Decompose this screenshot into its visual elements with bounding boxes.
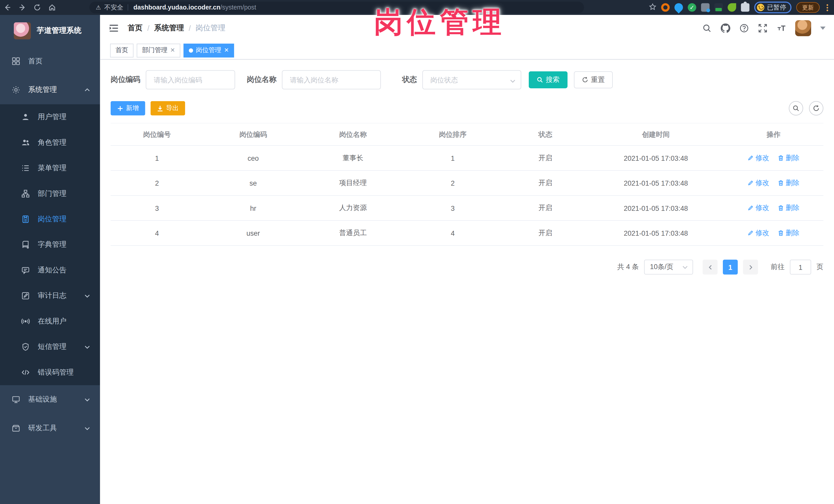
forward-icon[interactable]	[15, 0, 30, 15]
edit-link[interactable]: 修改	[747, 153, 769, 163]
badge-icon	[21, 215, 30, 223]
extension-icon[interactable]	[728, 3, 736, 12]
sidebar-item-online-users[interactable]: 在线用户	[0, 309, 100, 334]
add-button[interactable]: 新增	[111, 101, 145, 115]
sidebar-item-system[interactable]: 系统管理	[0, 75, 100, 104]
browser-menu-icon[interactable]	[825, 4, 830, 11]
status-text: 开启	[503, 221, 588, 245]
tab-departments[interactable]: 部门管理 ✕	[137, 43, 180, 57]
sidebar-item-audit-log[interactable]: 审计日志	[0, 283, 100, 308]
sidebar: 芋道管理系统 首页 系统管理 用户管理 角色管理	[0, 15, 100, 504]
chevron-down-icon	[84, 344, 90, 350]
chevron-down-icon	[84, 293, 90, 299]
extension-icon[interactable]	[673, 2, 685, 14]
user-icon	[21, 113, 30, 121]
sidebar-item-home[interactable]: 首页	[0, 47, 100, 75]
help-icon[interactable]	[739, 23, 749, 33]
address-bar[interactable]: ⚠ 不安全 dashboard.yudao.iocoder.cn/system/…	[89, 2, 584, 13]
font-size-icon[interactable]	[776, 23, 786, 33]
tab-home[interactable]: 首页	[110, 43, 133, 57]
status-text: 开启	[503, 146, 588, 171]
back-icon[interactable]	[0, 0, 15, 15]
sidebar-item-roles[interactable]: 角色管理	[0, 130, 100, 155]
refresh-button[interactable]	[809, 101, 824, 115]
security-warning-icon: ⚠	[96, 4, 101, 11]
profile-avatar-icon	[757, 4, 764, 11]
url-path: /system/post	[220, 4, 256, 11]
user-avatar[interactable]	[795, 20, 811, 36]
post-code-input[interactable]	[146, 70, 235, 90]
edit-link[interactable]: 修改	[747, 203, 769, 213]
status-select-input[interactable]	[422, 70, 521, 90]
delete-link[interactable]: 删除	[777, 153, 799, 163]
delete-link[interactable]: 删除	[777, 228, 799, 238]
app-logo[interactable]: 芋道管理系统	[0, 15, 100, 47]
extension-icon[interactable]	[661, 3, 670, 12]
caret-down-icon[interactable]	[820, 27, 826, 30]
extension-icon[interactable]: ✓	[688, 3, 696, 12]
export-button[interactable]: 导出	[150, 101, 185, 115]
prev-page-button[interactable]	[703, 260, 718, 275]
extension-icon[interactable]	[715, 3, 723, 12]
col-post-name: 岗位名称	[303, 123, 403, 146]
browser-update-button[interactable]: 更新	[796, 2, 820, 13]
active-tab-dot	[189, 48, 193, 52]
close-icon[interactable]: ✕	[170, 47, 175, 54]
sidebar-item-error-codes[interactable]: 错误码管理	[0, 360, 100, 385]
chevron-down-icon	[509, 76, 516, 83]
reload-icon[interactable]	[30, 0, 45, 15]
github-icon[interactable]	[721, 23, 730, 33]
bookmark-star-icon[interactable]	[649, 3, 656, 12]
tab-posts[interactable]: 岗位管理 ✕	[183, 43, 234, 57]
org-tree-icon	[21, 190, 30, 198]
search-icon[interactable]	[702, 23, 711, 33]
close-icon[interactable]: ✕	[224, 47, 229, 54]
chevron-down-icon	[84, 425, 90, 432]
edit-link[interactable]: 修改	[747, 178, 769, 188]
sidebar-item-departments[interactable]: 部门管理	[0, 181, 100, 206]
post-name-input[interactable]	[282, 70, 381, 90]
post-code-label: 岗位编码	[111, 75, 140, 85]
sidebar-item-notices[interactable]: 通知公告	[0, 258, 100, 283]
sidebar-item-menus[interactable]: 菜单管理	[0, 155, 100, 181]
delete-link[interactable]: 删除	[777, 203, 799, 213]
goto-unit: 页	[816, 262, 824, 272]
page-size-select[interactable]: 10条/页	[644, 260, 693, 275]
home-icon[interactable]	[45, 0, 60, 15]
extensions-puzzle-icon[interactable]	[741, 3, 749, 12]
goto-page-input[interactable]	[790, 260, 811, 275]
url-host: dashboard.yudao.iocoder.cn	[133, 4, 220, 11]
sidebar-item-dictionary[interactable]: 字典管理	[0, 232, 100, 257]
app-title: 芋道管理系统	[37, 26, 81, 36]
breadcrumb-home[interactable]: 首页	[128, 23, 142, 33]
hamburger-icon[interactable]	[109, 23, 119, 34]
breadcrumb-current: 岗位管理	[196, 23, 225, 33]
profile-status-label: 已暂停	[767, 3, 786, 12]
next-page-button[interactable]	[743, 260, 758, 275]
sidebar-item-dev-tools[interactable]: 研发工具	[0, 414, 100, 443]
edit-link[interactable]: 修改	[747, 228, 769, 238]
shield-icon	[21, 343, 30, 351]
table-row: 2 se 项目经理 2 开启 2021-01-05 17:03:48 修改 删除	[111, 171, 824, 195]
profile-sync-paused-chip[interactable]: 已暂停	[754, 2, 791, 13]
message-icon	[21, 266, 30, 275]
extension-icon[interactable]	[701, 3, 709, 12]
sidebar-item-posts[interactable]: 岗位管理	[0, 206, 100, 232]
fullscreen-icon[interactable]	[758, 23, 768, 33]
sidebar-item-sms[interactable]: 短信管理	[0, 334, 100, 359]
logo-image	[14, 22, 31, 39]
page-number-1[interactable]: 1	[723, 260, 738, 275]
list-icon	[21, 164, 30, 172]
signal-icon	[21, 317, 30, 326]
pagination: 共 4 条 10条/页 1 前往 页	[111, 260, 824, 275]
reset-button[interactable]: 重置	[574, 71, 613, 88]
table-row: 3 hr 人力资源 3 开启 2021-01-05 17:03:48 修改 删除	[111, 195, 824, 220]
delete-link[interactable]: 删除	[777, 178, 799, 188]
search-button[interactable]: 搜索	[529, 71, 568, 88]
status-select[interactable]	[422, 70, 521, 90]
posts-table: 岗位编号 岗位编码 岗位名称 岗位排序 状态 创建时间 操作 1 ceo	[111, 123, 824, 246]
breadcrumb-system[interactable]: 系统管理	[154, 23, 184, 33]
sidebar-item-infrastructure[interactable]: 基础设施	[0, 385, 100, 414]
toggle-search-button[interactable]	[789, 101, 803, 115]
sidebar-item-users[interactable]: 用户管理	[0, 104, 100, 130]
